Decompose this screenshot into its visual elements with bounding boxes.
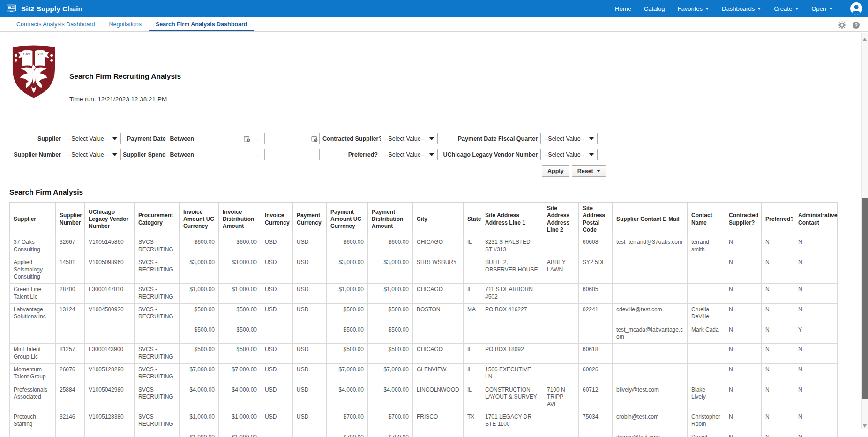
table-cell: test_mcada@labvantage.com: [613, 324, 688, 344]
table-cell: 7100 N TRIPP AVE: [543, 384, 579, 411]
tab-negotiations[interactable]: Negotiations: [102, 17, 149, 31]
contracted-supplier-filter-label: Contracted Supplier?: [322, 136, 378, 142]
scrollbar-thumb[interactable]: [862, 198, 868, 399]
column-header[interactable]: Supplier Contact E-Mail: [613, 203, 688, 236]
nav-catalog[interactable]: Catalog: [644, 5, 665, 12]
column-header[interactable]: Contact Name: [688, 203, 725, 236]
table-cell: SVCS - RECRUITING: [135, 236, 180, 256]
contracted-supplier-select[interactable]: --Select Value--: [381, 133, 438, 144]
payment-date-to-input[interactable]: [264, 133, 320, 144]
user-avatar-icon[interactable]: [850, 2, 862, 15]
nav-dashboards[interactable]: Dashboards: [722, 5, 761, 12]
table-cell: N: [725, 324, 762, 344]
table-cell: 81257: [56, 344, 85, 364]
reset-button[interactable]: Reset: [572, 165, 606, 177]
column-header[interactable]: Administrative Contact: [794, 203, 838, 236]
analysis-table: SupplierSupplier NumberUChicago Legacy V…: [9, 202, 838, 437]
table-cell: N: [725, 256, 762, 284]
calendar-icon[interactable]: [244, 136, 250, 143]
table-cell: USD: [293, 364, 327, 384]
table-cell: $500.00: [180, 344, 219, 364]
legacy-vendor-select[interactable]: --Select Value--: [540, 149, 598, 160]
vertical-scrollbar: [861, 33, 868, 429]
supplier-select[interactable]: --Select Value--: [64, 133, 121, 144]
table-cell: 60712: [579, 384, 613, 411]
nav-open[interactable]: Open: [811, 5, 833, 12]
column-header[interactable]: Site Address Address Line 2: [543, 203, 579, 236]
column-header[interactable]: Supplier Number: [56, 203, 85, 236]
nav-favorites[interactable]: Favorites: [678, 5, 709, 12]
table-cell: [613, 344, 688, 364]
column-header[interactable]: Payment Amount UC Currency: [327, 203, 368, 236]
payment-date-from-input[interactable]: [197, 133, 252, 144]
preferred-select[interactable]: --Select Value--: [381, 149, 438, 160]
table-cell: $700.00: [368, 431, 413, 437]
column-header[interactable]: Invoice Currency: [261, 203, 293, 236]
apply-button[interactable]: Apply: [542, 165, 569, 177]
column-header[interactable]: Invoice Distribution Amount: [219, 203, 261, 236]
table-cell: 3231 S HALSTED ST #313: [481, 236, 543, 256]
table-cell: $1,000.00: [219, 284, 261, 304]
table-row: Protouch Staffing32146V1005128380SVCS - …: [10, 411, 838, 431]
fiscal-quarter-select[interactable]: --Select Value--: [540, 133, 598, 144]
table-cell: USD: [293, 303, 327, 343]
table-cell: $4,000.00: [327, 384, 368, 411]
scrollbar-down-arrow[interactable]: [863, 424, 867, 428]
table-cell: USD: [261, 344, 293, 364]
table-cell: $4,000.00: [180, 384, 219, 411]
column-header[interactable]: City: [413, 203, 464, 236]
tab-search-firm-analysis-dashboard[interactable]: Search Firm Analysis Dashboard: [149, 17, 254, 31]
scrollbar-up-arrow[interactable]: [863, 38, 867, 41]
column-header[interactable]: Site Address Address Line 1: [481, 203, 543, 236]
table-cell: crobin@test.com: [613, 411, 688, 431]
table-head: SupplierSupplier NumberUChicago Legacy V…: [10, 203, 838, 236]
column-header[interactable]: Contracted Supplier?: [725, 203, 762, 236]
table-cell: 37 Oaks Consulting: [10, 236, 56, 256]
supplier-spend-to-input[interactable]: [264, 149, 320, 160]
column-header[interactable]: State: [464, 203, 481, 236]
chevron-down-icon: [109, 137, 120, 140]
page-title: Search Firm Recruiting Analysis: [69, 72, 181, 81]
calendar-icon[interactable]: [311, 136, 318, 143]
help-icon[interactable]: ?: [853, 22, 860, 29]
table-cell: N: [725, 284, 762, 304]
column-header[interactable]: Payment Currency: [293, 203, 327, 236]
table-cell: N: [794, 411, 838, 431]
supplier-spend-from-input[interactable]: [197, 149, 252, 160]
table-cell: USD: [293, 344, 327, 364]
table-cell: [688, 256, 725, 284]
table-cell: blively@test.com: [613, 384, 688, 411]
column-header[interactable]: Payment Distribution Amount: [368, 203, 413, 236]
table-cell: Y: [794, 324, 838, 344]
column-header[interactable]: UChicago Legacy Vendor Number: [85, 203, 135, 236]
column-header[interactable]: Supplier: [10, 203, 56, 236]
supplier-number-filter-label: Supplier Number: [9, 151, 61, 158]
table-cell: [543, 364, 579, 384]
column-header[interactable]: Site Address Postal Code: [579, 203, 613, 236]
column-header[interactable]: Preferred?: [762, 203, 794, 236]
nav-home[interactable]: Home: [615, 5, 631, 12]
table-cell: V1005042980: [85, 384, 135, 411]
column-header[interactable]: Invoice Amount UC Currency: [180, 203, 219, 236]
table-cell: SVCS - RECRUITING: [135, 411, 180, 437]
table-cell: 711 S DEARBORN #502: [481, 284, 543, 304]
supplier-number-select[interactable]: --Select Value--: [64, 149, 121, 160]
table-cell: N: [762, 284, 794, 304]
table-cell: [613, 284, 688, 304]
table-cell: USD: [261, 284, 293, 304]
table-cell: 32146: [56, 411, 85, 437]
table-cell: $1,000.00: [180, 284, 219, 304]
between-label: Between: [170, 151, 194, 158]
table-cell: 25884: [56, 384, 85, 411]
gear-icon[interactable]: [838, 21, 846, 29]
column-header[interactable]: Procurement Category: [135, 203, 180, 236]
table-cell: SVCS - RECRUITING: [135, 303, 180, 343]
table-cell: USD: [261, 256, 293, 284]
table-cell: 32667: [56, 236, 85, 256]
table-cell: $1,000.00: [219, 411, 261, 431]
table-cell: N: [794, 384, 838, 411]
table-cell: N: [725, 236, 762, 256]
nav-create[interactable]: Create: [774, 5, 799, 12]
table-cell: USD: [261, 236, 293, 256]
tab-contracts-analysis-dashboard[interactable]: Contracts Analysis Dashboard: [9, 17, 102, 31]
